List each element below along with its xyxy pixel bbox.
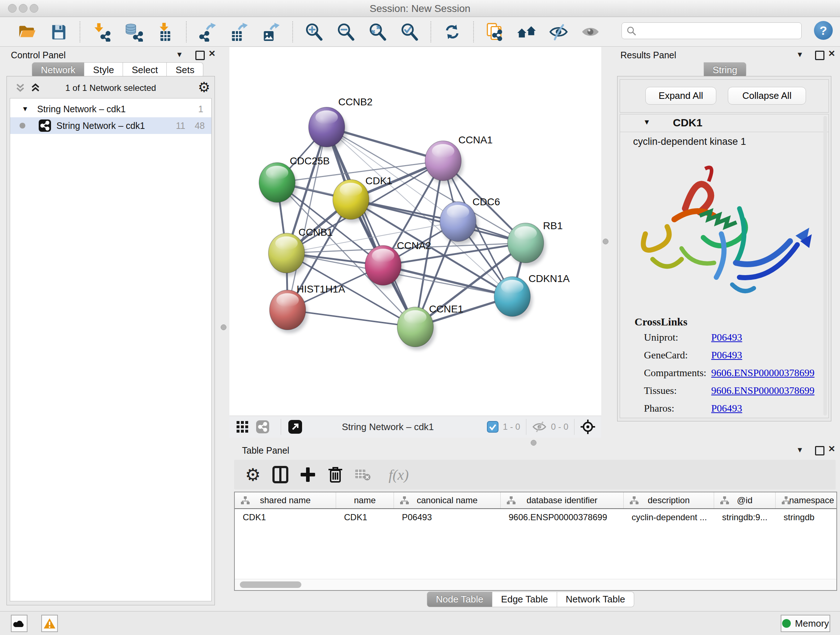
network-canvas[interactable]: CCNB2CCNA1CDC25BCDK1CDC6RB1CCNB1CCNA2CDK… xyxy=(229,47,601,416)
right-splitter-handle[interactable] xyxy=(603,239,608,244)
cloud-button[interactable] xyxy=(11,615,27,632)
panel-float-icon[interactable] xyxy=(195,51,205,62)
column-header-shared-name[interactable]: shared name xyxy=(235,492,336,508)
table-row[interactable]: CDK1CDK1P064939606.ENSP00000378699cyclin… xyxy=(235,509,836,526)
disclosure-triangle-icon[interactable]: ▼ xyxy=(22,105,28,113)
table-cell[interactable]: CDK1 xyxy=(235,512,336,523)
column-header-canonical-name[interactable]: canonical name xyxy=(394,492,501,508)
tab-network[interactable]: Network xyxy=(32,62,84,78)
left-splitter-handle[interactable] xyxy=(221,325,226,330)
network-node-CDK1[interactable]: CDK1 xyxy=(333,175,393,223)
memory-button[interactable]: Memory xyxy=(781,615,830,632)
tab-sets[interactable]: Sets xyxy=(167,62,203,78)
network-node-CCNE1[interactable]: CCNE1 xyxy=(397,303,463,350)
column-header-namespace[interactable]: namespace xyxy=(775,492,837,508)
show-columns-icon[interactable] xyxy=(269,463,292,486)
help-button[interactable]: ? xyxy=(814,21,833,40)
refresh-icon[interactable] xyxy=(440,20,464,44)
network-node-HIST1H1A[interactable]: HIST1H1A xyxy=(270,283,345,333)
warnings-button[interactable] xyxy=(41,615,58,632)
table-float-icon[interactable] xyxy=(815,446,824,457)
birds-eye-view-icon[interactable] xyxy=(287,415,303,439)
network-row[interactable]: String Network – cdk1 11 48 xyxy=(10,117,211,134)
crosslink-row: Uniprot:P06493 xyxy=(644,332,825,343)
column-header-description[interactable]: description xyxy=(624,492,714,508)
search-input[interactable] xyxy=(640,24,797,37)
network-node-CDKN1A[interactable]: CDKN1A xyxy=(494,273,570,320)
network-node-CCNA1[interactable]: CCNA1 xyxy=(425,134,493,184)
export-image-icon[interactable] xyxy=(259,20,283,44)
column-header-database-identifier[interactable]: database identifier xyxy=(501,492,624,508)
table-cell[interactable]: 9606.ENSP00000378699 xyxy=(501,512,624,523)
table-cell[interactable]: stringdb:9... xyxy=(714,512,775,523)
show-all-icon[interactable] xyxy=(578,20,602,44)
crosslink-value-link[interactable]: 9606.ENSP00000378699 xyxy=(711,385,814,396)
network-collection-row[interactable]: ▼ String Network – cdk1 1 xyxy=(10,101,211,117)
table-cell[interactable]: cyclin-dependent ... xyxy=(624,512,714,523)
results-close-icon[interactable]: ✕ xyxy=(828,49,835,59)
table-cell[interactable]: P06493 xyxy=(394,512,501,523)
crosslink-value-link[interactable]: P06493 xyxy=(711,349,742,361)
network-node-CCNA2[interactable]: CCNA2 xyxy=(365,240,431,288)
import-table-icon[interactable] xyxy=(153,20,177,44)
panel-close-icon[interactable]: ✕ xyxy=(208,49,216,59)
open-icon[interactable] xyxy=(15,20,39,44)
zoom-fit-icon[interactable] xyxy=(366,20,390,44)
table-cell[interactable]: stringdb xyxy=(775,512,837,523)
network-node-CCNB2[interactable]: CCNB2 xyxy=(309,96,373,150)
crosslink-value-link[interactable]: P06493 xyxy=(711,332,742,343)
title-bar: Session: New Session xyxy=(0,0,840,17)
zoom-selected-icon[interactable] xyxy=(398,20,422,44)
export-network-icon[interactable] xyxy=(196,20,219,44)
import-network-icon[interactable] xyxy=(89,20,113,44)
tab-select[interactable]: Select xyxy=(123,62,167,78)
crosslink-value-link[interactable]: 9606.ENSP00000378699 xyxy=(711,367,814,379)
node-label: CDK1 xyxy=(365,175,393,187)
grid-view-icon[interactable] xyxy=(234,415,250,439)
copy-view-icon[interactable] xyxy=(483,20,507,44)
results-float-icon[interactable] xyxy=(815,51,824,62)
first-neighbors-icon[interactable] xyxy=(515,20,538,44)
table-settings-gear-icon[interactable]: ⚙ xyxy=(241,463,264,486)
table-toolbar: ⚙ f(x) xyxy=(234,460,836,489)
tab-string[interactable]: String xyxy=(704,62,746,78)
gene-disclosure-icon[interactable]: ▼ xyxy=(643,118,651,126)
current-network-dot-icon xyxy=(19,123,25,128)
tab-edge-table[interactable]: Edge Table xyxy=(493,592,557,607)
expand-all-button[interactable]: Expand All xyxy=(645,87,716,105)
column-header--id[interactable]: @id xyxy=(714,492,775,508)
panel-collapse-icon[interactable]: ▾ xyxy=(177,49,182,59)
network-node-CDC25B[interactable]: CDC25B xyxy=(259,155,330,206)
table-close-icon[interactable]: ✕ xyxy=(828,444,835,454)
save-icon[interactable] xyxy=(47,20,71,44)
export-table-icon[interactable] xyxy=(227,20,251,44)
create-column-plus-icon[interactable] xyxy=(296,463,319,486)
hidden-count: 0 - 0 xyxy=(551,422,568,432)
selected-checkbox-icon[interactable] xyxy=(487,421,499,432)
zoom-out-icon[interactable] xyxy=(334,20,358,44)
zoom-in-icon[interactable] xyxy=(302,20,326,44)
share-view-icon[interactable] xyxy=(255,415,271,439)
results-panel: Results Panel ▾ ✕ String Expand All Coll… xyxy=(613,48,840,424)
fit-center-crosshair-icon[interactable] xyxy=(580,419,595,434)
delete-column-trash-icon[interactable] xyxy=(324,463,347,486)
import-database-icon[interactable] xyxy=(121,20,145,44)
results-vertical-scrollbar[interactable] xyxy=(823,116,827,416)
collapse-all-button[interactable]: Collapse All xyxy=(728,87,806,105)
table-horizontal-scrollbar[interactable] xyxy=(235,579,836,590)
column-header-name[interactable]: name xyxy=(336,492,394,508)
tab-network-table[interactable]: Network Table xyxy=(557,592,634,607)
column-label: name xyxy=(354,495,376,505)
table-cell[interactable]: CDK1 xyxy=(336,512,394,523)
scrollbar-thumb[interactable] xyxy=(240,581,302,588)
tab-style[interactable]: Style xyxy=(84,62,123,78)
hide-selected-icon[interactable] xyxy=(546,20,570,44)
gene-header-row[interactable]: ▼ CDK1 xyxy=(620,114,829,132)
results-collapse-icon[interactable]: ▾ xyxy=(798,49,802,59)
network-node-CDC6[interactable]: CDC6 xyxy=(440,196,500,245)
network-options-gear-icon[interactable]: ⚙ xyxy=(198,79,210,95)
network-node-RB1[interactable]: RB1 xyxy=(508,220,562,266)
crosslink-value-link[interactable]: P06493 xyxy=(711,402,742,414)
tab-node-table[interactable]: Node Table xyxy=(427,592,493,607)
table-collapse-icon[interactable]: ▾ xyxy=(798,445,802,455)
